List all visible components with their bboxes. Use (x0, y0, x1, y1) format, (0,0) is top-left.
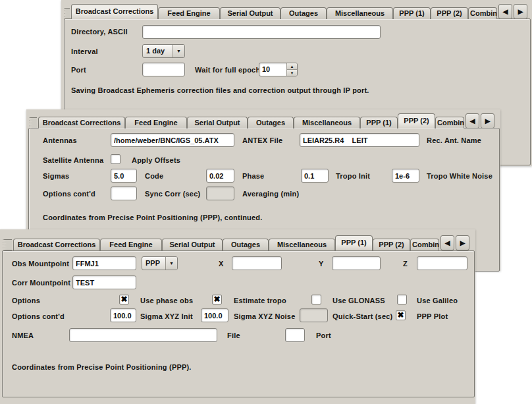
sigma-code-input[interactable] (111, 169, 137, 183)
tab-scroll-left-button[interactable]: ◀ (440, 235, 454, 250)
z-label: Z (403, 260, 408, 268)
spin-up-icon[interactable]: ▲ (287, 63, 297, 70)
tab-combination[interactable]: Combin (468, 7, 497, 19)
use-glonass-checkbox[interactable] (397, 295, 407, 304)
quick-start-label: Quick-Start (sec) (332, 312, 392, 321)
left-arrow-icon: ◀ (470, 117, 475, 125)
ppp-plot-label: PPP Plot (417, 312, 448, 321)
tab-ppp-2[interactable]: PPP (2) (431, 7, 468, 19)
tab-outages[interactable]: Outages (223, 239, 269, 250)
tab-scroll-left-button[interactable]: ◀ (466, 113, 479, 129)
tab-ppp-2[interactable]: PPP (2) (373, 239, 410, 250)
tab-broadcast-corrections[interactable]: Broadcast Corrections (71, 4, 158, 19)
tab-outages[interactable]: Outages (280, 7, 327, 19)
tab-broadcast-corrections[interactable]: Broadcast Corrections (13, 239, 100, 250)
desktop-canvas: Broadcast Corrections Feed Engine Serial… (0, 0, 532, 404)
tab-scroll-left-button[interactable]: ◀ (498, 4, 512, 19)
directory-ascii-input[interactable] (142, 25, 381, 39)
chevron-down-icon[interactable]: ▼ (173, 45, 184, 57)
chevron-down-icon[interactable]: ▼ (165, 257, 177, 270)
spin-buttons: ▲ ▼ (286, 63, 297, 76)
tropo-white-noise-label: Tropo White Noise (427, 172, 492, 181)
tab-feed-engine[interactable]: Feed Engine (125, 117, 187, 129)
sigma-xyz-init-label: Sigma XYZ Init (140, 312, 193, 321)
y-input[interactable] (332, 256, 381, 270)
ppp2-caption: Coordinates from Precise Point Positioni… (43, 214, 262, 222)
sigma-xyz-init-input[interactable] (110, 308, 136, 322)
tab-overflow-torn-edge (3, 239, 12, 250)
left-arrow-icon: ◀ (503, 8, 508, 15)
ppp1-settings-window: Broadcast Corrections Feed Engine Serial… (0, 229, 475, 404)
obs-mountpoint-input[interactable] (72, 256, 136, 270)
port-input[interactable] (142, 63, 185, 76)
sync-corr-input[interactable] (111, 187, 137, 200)
use-galileo-label: Use Galileo (417, 297, 458, 305)
tab-ppp-2[interactable]: PPP (2) (398, 113, 435, 129)
tab-outages[interactable]: Outages (248, 117, 294, 129)
sigma-phase-input[interactable] (206, 169, 234, 183)
broadcast-caption: Saving Broadcast Ephemeris correction fi… (71, 86, 369, 95)
apply-offsets-label: Apply Offsets (132, 156, 180, 165)
right-arrow-icon: ▶ (460, 239, 466, 246)
nmea-port-label: Port (316, 332, 331, 340)
tab-broadcast-corrections[interactable]: Broadcast Corrections (38, 117, 125, 129)
rec-antenna-input[interactable] (300, 133, 419, 147)
tab-ppp-1[interactable]: PPP (1) (360, 117, 398, 129)
tab-combination[interactable]: Combin (435, 117, 464, 129)
sigma-xyz-noise-label: Sigma XYZ Noise (234, 312, 295, 321)
rec-antenna-label: Rec. Ant. Name (427, 136, 481, 145)
tropo-white-noise-input[interactable] (392, 169, 419, 183)
port-label: Port (71, 66, 86, 74)
use-glonass-label: Use GLONASS (332, 297, 385, 305)
z-input[interactable] (417, 256, 467, 270)
tab-scroll-right-button[interactable]: ▶ (456, 235, 469, 250)
tab-serial-output[interactable]: Serial Output (187, 117, 248, 129)
right-arrow-icon: ▶ (518, 8, 523, 15)
wait-epoch-value: 10 sec (259, 63, 286, 76)
tab-bar: Broadcast Corrections Feed Engine Serial… (29, 113, 494, 129)
right-arrow-icon: ▶ (485, 117, 491, 125)
estimate-tropo-label: Estimate tropo (234, 297, 286, 305)
options-checkbox[interactable]: ✖ (119, 295, 129, 304)
tab-feed-engine[interactable]: Feed Engine (100, 239, 162, 250)
nmea-file-input[interactable] (69, 328, 217, 342)
tropo-init-input[interactable] (301, 169, 329, 183)
interval-label: Interval (71, 47, 98, 56)
ppp-mode-selected-value: PPP (142, 257, 165, 270)
tab-miscellaneous[interactable]: Miscellaneous (294, 117, 360, 129)
interval-select[interactable]: 1 day ▼ (142, 44, 185, 58)
file-label: File (227, 332, 240, 340)
nmea-label: NMEA (12, 332, 34, 340)
tab-scroll-right-button[interactable]: ▶ (514, 4, 527, 19)
ppp1-caption: Coordinates from Precise Point Positioni… (12, 363, 192, 372)
ppp-plot-checkbox[interactable]: ✖ (396, 310, 406, 320)
tab-miscellaneous[interactable]: Miscellaneous (269, 239, 335, 250)
directory-ascii-label: Directory, ASCII (71, 28, 128, 36)
use-phase-obs-checkbox[interactable]: ✖ (212, 295, 222, 304)
tab-bar: Broadcast Corrections Feed Engine Serial… (64, 4, 527, 19)
satellite-antenna-checkbox[interactable] (111, 154, 120, 164)
antennas-input[interactable] (111, 133, 234, 147)
interval-selected-value: 1 day (143, 45, 173, 57)
sigma-xyz-noise-input[interactable] (201, 308, 228, 322)
options-contd-label: Options cont'd (43, 190, 95, 198)
tab-feed-engine[interactable]: Feed Engine (158, 7, 220, 19)
tab-miscellaneous[interactable]: Miscellaneous (327, 7, 393, 19)
left-arrow-icon: ◀ (445, 239, 450, 246)
sync-corr-label: Sync Corr (sec) (145, 190, 200, 198)
use-phase-obs-label: Use phase obs (140, 297, 193, 305)
tab-serial-output[interactable]: Serial Output (220, 7, 280, 19)
x-input[interactable] (232, 256, 282, 270)
tab-combination[interactable]: Combin (410, 239, 439, 250)
tab-ppp-1[interactable]: PPP (1) (393, 7, 431, 19)
tab-serial-output[interactable]: Serial Output (162, 239, 223, 250)
tab-scroll-right-button[interactable]: ▶ (481, 113, 494, 129)
ppp-mode-select[interactable]: PPP ▼ (142, 256, 178, 270)
spin-down-icon[interactable]: ▼ (287, 70, 297, 76)
corr-mountpoint-input[interactable] (72, 275, 136, 289)
wait-epoch-spinbox[interactable]: 10 sec ▲ ▼ (259, 63, 298, 76)
estimate-tropo-checkbox[interactable] (311, 295, 321, 304)
nmea-port-input[interactable] (285, 328, 305, 342)
tab-ppp-1[interactable]: PPP (1) (335, 235, 373, 250)
quick-start-input (300, 308, 328, 322)
